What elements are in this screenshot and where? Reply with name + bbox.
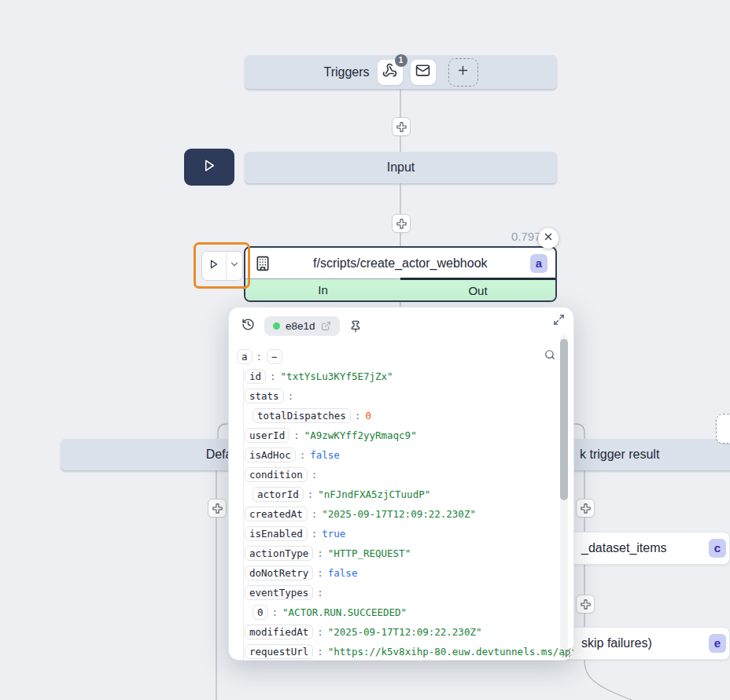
json-key[interactable]: totalDispatches <box>253 408 351 423</box>
json-colon: : <box>300 449 306 461</box>
plus-outline-icon <box>396 121 407 133</box>
json-row: actorId:"nFJndFXA5zjCTuudP" <box>237 484 553 504</box>
json-row: eventTypes: <box>237 583 553 602</box>
input-label: Input <box>387 160 415 175</box>
history-icon[interactable] <box>241 318 255 334</box>
scrollbar-thumb[interactable] <box>560 339 568 500</box>
json-colon: : <box>317 626 323 638</box>
json-colon: : <box>317 547 323 559</box>
json-key[interactable]: requestUrl <box>245 644 313 659</box>
json-key[interactable]: modifiedAt <box>245 624 313 639</box>
json-key[interactable]: stats <box>245 389 284 403</box>
json-value: "A9zwKYff2yyRmaqc9" <box>304 429 417 441</box>
json-key[interactable]: doNotRetry <box>245 566 313 580</box>
step-id-badge: a <box>530 254 548 273</box>
json-row: 0:"ACTOR.RUN.SUCCEEDED" <box>237 602 553 622</box>
json-key[interactable]: a <box>237 349 253 364</box>
json-key[interactable]: isEnabled <box>245 526 308 541</box>
json-row: requestUrl:"https://k5v8xihp-80.euw.devt… <box>237 642 553 661</box>
json-value: "https://k5v8xihp-80.euw.devtunnels.ms/a… <box>328 646 574 658</box>
expand-icon[interactable] <box>553 314 565 326</box>
tab-out[interactable]: Out <box>400 278 555 300</box>
step-duration: 0.797s <box>468 230 547 243</box>
json-key[interactable]: actionType <box>245 546 313 561</box>
plus-outline-icon <box>396 218 407 230</box>
script-step-node[interactable]: f/scripts/create_actor_webhook a In Out <box>244 246 557 302</box>
json-value: "2025-09-17T12:09:22.230Z" <box>328 626 482 638</box>
external-link-icon[interactable] <box>321 321 331 331</box>
resize-handle[interactable] <box>560 647 572 658</box>
json-value: "HTTP_REQUEST" <box>328 547 411 559</box>
json-key[interactable]: createdAt <box>245 507 308 521</box>
add-branch-button[interactable] <box>716 414 730 444</box>
json-key[interactable]: userId <box>245 428 289 443</box>
run-version-pill[interactable]: e8e1d <box>264 316 340 336</box>
play-icon <box>202 158 217 176</box>
json-key[interactable]: isAdHoc <box>245 448 296 462</box>
close-result-button[interactable] <box>538 228 559 249</box>
json-value: "nFJndFXA5zjCTuudP" <box>318 488 430 500</box>
json-colon: : <box>308 488 314 500</box>
run-step-split-button[interactable] <box>201 251 243 281</box>
email-trigger-button[interactable] <box>411 60 436 85</box>
json-colon: : <box>317 567 323 579</box>
result-viewer-popup: e8e1d a:−id:"txtYsLu3KYf5E7jZx"stats:tot… <box>228 307 574 661</box>
json-key[interactable]: condition <box>245 467 308 482</box>
building-icon <box>255 256 271 271</box>
tab-in[interactable]: In <box>245 279 400 300</box>
branch-trigger-result-label: k trigger result <box>580 448 659 462</box>
indent-guide <box>243 370 244 661</box>
insert-step-button[interactable] <box>576 595 595 613</box>
json-row: totalDispatches:0 <box>237 406 553 426</box>
triggers-label: Triggers <box>323 65 369 79</box>
run-step-options-button[interactable] <box>226 252 242 280</box>
json-value: false <box>328 567 358 579</box>
json-colon: : <box>293 429 300 441</box>
run-version-label: e8e1d <box>286 320 315 332</box>
json-row: stats: <box>237 386 553 406</box>
json-colon: : <box>270 370 276 382</box>
flow-editor-canvas[interactable]: Triggers 1 Input 0.797s <box>0 0 730 700</box>
popup-scrollbar[interactable] <box>560 335 568 650</box>
mail-icon <box>415 63 430 81</box>
plus-outline-icon <box>212 503 223 514</box>
plus-outline-icon <box>580 599 592 610</box>
input-node[interactable]: Input <box>245 152 557 183</box>
json-value: "2025-09-17T12:09:22.230Z" <box>322 508 476 520</box>
run-flow-button[interactable] <box>184 149 234 186</box>
json-row: createdAt:"2025-09-17T12:09:22.230Z" <box>237 504 553 524</box>
json-key[interactable]: 0 <box>253 605 268 620</box>
add-trigger-button[interactable] <box>448 58 478 87</box>
json-value: 0 <box>365 410 371 422</box>
insert-step-button[interactable] <box>576 499 595 518</box>
collapse-toggle[interactable]: − <box>267 349 282 364</box>
json-row: condition: <box>237 465 553 484</box>
json-row: modifiedAt:"2025-09-17T12:09:22.230Z" <box>237 622 553 642</box>
json-colon: : <box>312 528 318 540</box>
json-result-body: a:−id:"txtYsLu3KYf5E7jZx"stats:totalDisp… <box>237 347 553 660</box>
close-icon <box>543 231 554 245</box>
triggers-bar[interactable]: Triggers 1 <box>245 55 557 89</box>
plus-icon <box>456 64 470 80</box>
run-step-play-button[interactable] <box>202 252 226 280</box>
json-colon: : <box>355 410 361 422</box>
dataset-items-label: _dataset_items <box>581 541 667 555</box>
json-value: "ACTOR.RUN.SUCCEEDED" <box>282 606 407 618</box>
json-colon: : <box>312 469 318 481</box>
json-colon: : <box>317 587 323 599</box>
json-colon: : <box>272 606 278 618</box>
skip-failures-label: skip failures) <box>581 636 652 650</box>
json-key[interactable]: actorId <box>253 487 304 502</box>
json-key[interactable]: eventTypes <box>245 585 313 600</box>
pin-icon[interactable] <box>349 320 362 333</box>
insert-step-button[interactable] <box>392 214 411 233</box>
insert-step-button[interactable] <box>392 117 411 136</box>
json-key[interactable]: id <box>245 369 266 384</box>
webhook-trigger-button[interactable]: 1 <box>378 60 403 85</box>
insert-step-button[interactable] <box>208 499 227 518</box>
webhook-icon <box>382 63 397 81</box>
json-value: false <box>310 449 340 461</box>
json-colon: : <box>256 351 263 363</box>
json-row: isEnabled:true <box>237 524 553 543</box>
webhook-count-badge: 1 <box>395 54 407 67</box>
